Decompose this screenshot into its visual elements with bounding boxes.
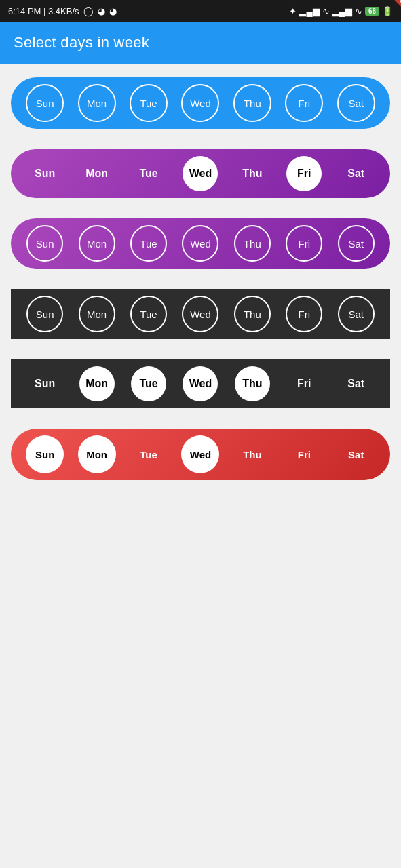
- status-bar-wrapper: 6:14 PM | 3.4KB/s ◯ ◕ ◕ ✦ ▂▄▆ ∿ ▂▄▆ ∿ 68…: [0, 0, 401, 22]
- day-wed[interactable]: Wed: [182, 296, 218, 332]
- wifi-icon: ∿: [322, 6, 330, 16]
- day-tue[interactable]: Tue: [130, 225, 167, 262]
- week-selector-dark-flat: Sun Mon Tue Wed Thu Fri Sat: [11, 359, 390, 408]
- signal-bars2: ▂▄▆: [332, 6, 352, 16]
- day-mon[interactable]: Mon: [79, 366, 115, 401]
- day-thu[interactable]: Thu: [235, 156, 270, 191]
- day-thu[interactable]: Thu: [234, 296, 271, 332]
- day-fri[interactable]: Fri: [285, 435, 323, 473]
- day-tue[interactable]: Tue: [131, 156, 166, 191]
- signal-bars: ▂▄▆: [299, 6, 319, 16]
- day-sun[interactable]: Sun: [27, 366, 62, 401]
- signal-icon2: ◕: [109, 6, 117, 16]
- day-sun[interactable]: Sun: [26, 296, 63, 332]
- day-fri[interactable]: Fri: [286, 366, 322, 401]
- status-left: 6:14 PM | 3.4KB/s ◯ ◕ ◕: [8, 6, 117, 16]
- day-thu[interactable]: Thu: [233, 435, 271, 473]
- day-tue[interactable]: Tue: [130, 435, 168, 473]
- app-bar: Select days in week: [0, 22, 401, 64]
- battery-icon: 🔋: [382, 6, 393, 16]
- day-sun[interactable]: Sun: [26, 225, 63, 262]
- day-sun[interactable]: Sun: [26, 84, 64, 122]
- week-selector-blue: Sun Mon Tue Wed Thu Fri Sat: [11, 77, 390, 129]
- day-wed[interactable]: Wed: [181, 84, 219, 122]
- day-mon[interactable]: Mon: [78, 84, 116, 122]
- day-fri[interactable]: Fri: [285, 84, 323, 122]
- status-right: ✦ ▂▄▆ ∿ ▂▄▆ ∿ 68 🔋: [289, 6, 393, 16]
- week-selector-purple-circles: Sun Mon Tue Wed Thu Fri Sat: [11, 218, 390, 269]
- day-wed[interactable]: Wed: [183, 366, 218, 401]
- day-wed[interactable]: Wed: [183, 156, 218, 191]
- day-sat[interactable]: Sat: [337, 435, 375, 473]
- day-tue[interactable]: Tue: [130, 84, 168, 122]
- day-sat[interactable]: Sat: [337, 84, 375, 122]
- day-sat[interactable]: Sat: [338, 225, 375, 262]
- day-mon[interactable]: Mon: [79, 156, 115, 191]
- day-thu[interactable]: Thu: [235, 366, 270, 401]
- day-sat[interactable]: Sat: [339, 156, 374, 191]
- day-mon[interactable]: Mon: [79, 296, 115, 332]
- content: Sun Mon Tue Wed Thu Fri Sat Sun Mon Tue …: [0, 64, 401, 500]
- battery-badge: 68: [365, 7, 379, 16]
- day-sun[interactable]: Sun: [27, 156, 62, 191]
- day-wed[interactable]: Wed: [181, 435, 219, 473]
- status-bar: 6:14 PM | 3.4KB/s ◯ ◕ ◕ ✦ ▂▄▆ ∿ ▂▄▆ ∿ 68…: [0, 0, 401, 22]
- signal-icon1: ◕: [98, 6, 105, 16]
- day-wed[interactable]: Wed: [182, 225, 218, 262]
- facebook-icon: ◯: [83, 6, 94, 16]
- day-fri[interactable]: Fri: [286, 156, 322, 191]
- day-tue[interactable]: Tue: [131, 366, 166, 401]
- week-selector-red: Sun Mon Tue Wed Thu Fri Sat: [11, 429, 390, 480]
- bluetooth-icon: ✦: [289, 6, 297, 16]
- day-mon[interactable]: Mon: [78, 435, 116, 473]
- app-title: Select days in week: [14, 34, 149, 51]
- day-fri[interactable]: Fri: [286, 225, 322, 262]
- week-selector-dark: Sun Mon Tue Wed Thu Fri Sat: [11, 289, 390, 339]
- day-thu[interactable]: Thu: [234, 225, 271, 262]
- day-mon[interactable]: Mon: [79, 225, 115, 262]
- time-text: 6:14 PM | 3.4KB/s: [8, 6, 79, 16]
- day-sat[interactable]: Sat: [339, 366, 374, 401]
- week-selector-purple-flat: Sun Mon Tue Wed Thu Fri Sat: [11, 149, 390, 198]
- day-sat[interactable]: Sat: [338, 296, 375, 332]
- wifi-icon2: ∿: [355, 6, 362, 16]
- day-tue[interactable]: Tue: [130, 296, 167, 332]
- day-sun[interactable]: Sun: [26, 435, 64, 473]
- day-thu[interactable]: Thu: [233, 84, 271, 122]
- day-fri[interactable]: Fri: [286, 296, 322, 332]
